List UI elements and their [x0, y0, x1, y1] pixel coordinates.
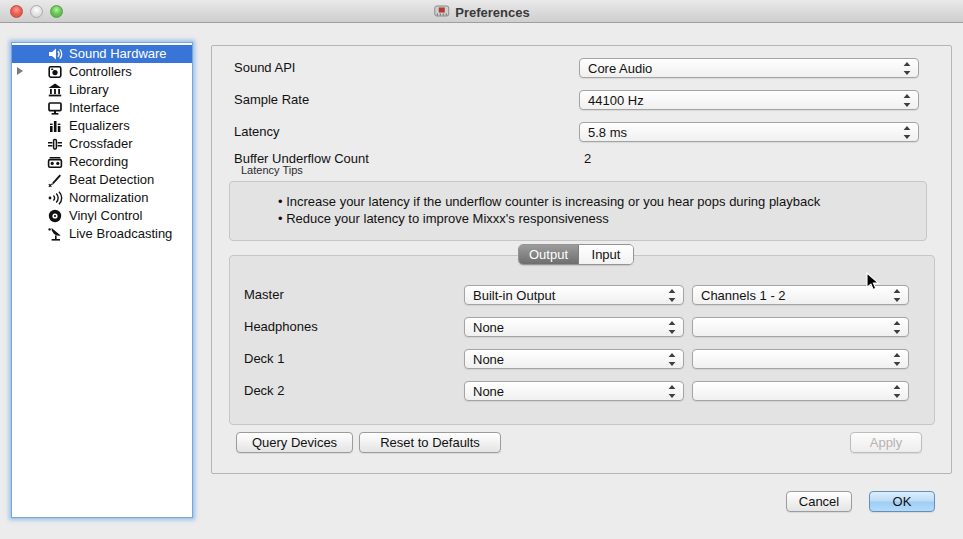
- sample-rate-select[interactable]: 44100 Hz: [579, 90, 919, 110]
- window-controls: [10, 5, 63, 18]
- close-button[interactable]: [10, 5, 23, 18]
- mouse-cursor: [866, 272, 880, 295]
- latency-tips-title: Latency Tips: [241, 164, 303, 176]
- sidebar-item-label: Sound Hardware: [69, 45, 167, 63]
- sound-api-label: Sound API: [234, 58, 295, 78]
- buffer-underflow-value: 2: [584, 149, 591, 169]
- sidebar-item-library[interactable]: Library: [12, 81, 192, 99]
- sidebar-item-recording[interactable]: Recording: [12, 153, 192, 171]
- sidebar-item-beat-detection[interactable]: Beat Detection: [12, 171, 192, 189]
- sidebar-item-crossfader[interactable]: Crossfader: [12, 135, 192, 153]
- sidebar-item-label: Library: [69, 81, 109, 99]
- sidebar-item-label: Recording: [69, 153, 128, 171]
- tab-output[interactable]: Output: [519, 245, 579, 264]
- library-icon: [47, 82, 63, 98]
- stepper-arrows-icon: [668, 385, 676, 398]
- deck1-channel-select[interactable]: [692, 349, 909, 369]
- master-channel-value: Channels 1 - 2: [701, 288, 786, 303]
- latency-tip: Increase your latency if the underflow c…: [278, 193, 820, 210]
- preferences-sidebar: Sound Hardware Controllers Library: [11, 42, 193, 518]
- latency-tip: Reduce your latency to improve Mixxx's r…: [278, 210, 820, 227]
- latency-label: Latency: [234, 122, 280, 142]
- sidebar-item-label: Controllers: [69, 63, 132, 81]
- master-device-select[interactable]: Built-in Output: [464, 285, 684, 305]
- deck2-device-value: None: [473, 384, 504, 399]
- deck1-device-select[interactable]: None: [464, 349, 684, 369]
- stepper-arrows-icon: [668, 321, 676, 334]
- sidebar-item-live-broadcasting[interactable]: Live Broadcasting: [12, 225, 192, 243]
- tab-input[interactable]: Input: [579, 245, 633, 264]
- deck2-channel-select[interactable]: [692, 381, 909, 401]
- satellite-dish-icon: [47, 226, 63, 242]
- minimize-button[interactable]: [30, 5, 43, 18]
- stepper-arrows-icon: [668, 353, 676, 366]
- sample-rate-label: Sample Rate: [234, 90, 309, 110]
- recorder-icon: [47, 154, 63, 170]
- sidebar-item-label: Interface: [69, 99, 120, 117]
- cancel-button[interactable]: Cancel: [786, 491, 852, 512]
- headphones-label: Headphones: [244, 317, 318, 337]
- stepper-arrows-icon: [903, 94, 911, 107]
- titlebar: Preferences: [0, 0, 963, 23]
- vinyl-record-icon: [47, 208, 63, 224]
- stepper-arrows-icon: [668, 289, 676, 302]
- sidebar-item-label: Live Broadcasting: [69, 225, 172, 243]
- stepper-arrows-icon: [903, 62, 911, 75]
- latency-tips-list: Increase your latency if the underflow c…: [278, 193, 820, 227]
- equalizer-bars-icon: [47, 118, 63, 134]
- preferences-icon: [433, 3, 449, 22]
- apply-button[interactable]: Apply: [850, 432, 922, 453]
- window-title-group: Preferences: [433, 3, 529, 22]
- sound-api-select[interactable]: Core Audio: [579, 58, 919, 78]
- deck2-device-select[interactable]: None: [464, 381, 684, 401]
- deck2-label: Deck 2: [244, 381, 284, 401]
- latency-value: 5.8 ms: [588, 125, 627, 140]
- crossfader-icon: [47, 136, 63, 152]
- disclosure-triangle-icon[interactable]: [17, 67, 23, 75]
- sample-rate-value: 44100 Hz: [588, 93, 644, 108]
- query-devices-button[interactable]: Query Devices: [236, 432, 353, 453]
- sidebar-item-sound-hardware[interactable]: Sound Hardware: [12, 45, 192, 63]
- latency-tips-box: Increase your latency if the underflow c…: [229, 181, 927, 241]
- sidebar-item-vinyl-control[interactable]: Vinyl Control: [12, 207, 192, 225]
- sidebar-item-controllers[interactable]: Controllers: [12, 63, 192, 81]
- window-title: Preferences: [455, 4, 529, 21]
- latency-select[interactable]: 5.8 ms: [579, 122, 919, 142]
- sidebar-item-label: Beat Detection: [69, 171, 154, 189]
- sound-waves-icon: [47, 190, 63, 206]
- stepper-arrows-icon: [893, 385, 901, 398]
- sidebar-item-label: Equalizers: [69, 117, 130, 135]
- deck1-label: Deck 1: [244, 349, 284, 369]
- stepper-arrows-icon: [903, 126, 911, 139]
- monitor-icon: [47, 100, 63, 116]
- controller-icon: [47, 64, 63, 80]
- headphones-device-value: None: [473, 320, 504, 335]
- master-label: Master: [244, 285, 284, 305]
- beat-wand-icon: [47, 172, 63, 188]
- sidebar-item-interface[interactable]: Interface: [12, 99, 192, 117]
- headphones-channel-select[interactable]: [692, 317, 909, 337]
- sidebar-item-normalization[interactable]: Normalization: [12, 189, 192, 207]
- sidebar-item-label: Normalization: [69, 189, 148, 207]
- speaker-icon: [47, 46, 63, 62]
- stepper-arrows-icon: [893, 321, 901, 334]
- sound-api-value: Core Audio: [588, 61, 652, 76]
- stepper-arrows-icon: [893, 353, 901, 366]
- sidebar-item-equalizers[interactable]: Equalizers: [12, 117, 192, 135]
- sound-hardware-pane: Sound API Core Audio Sample Rate 44100 H…: [211, 45, 952, 474]
- stepper-arrows-icon: [893, 289, 901, 302]
- io-tabbar: Output Input: [518, 244, 634, 265]
- master-device-value: Built-in Output: [473, 288, 555, 303]
- reset-to-defaults-button[interactable]: Reset to Defaults: [359, 432, 501, 453]
- sidebar-item-label: Crossfader: [69, 135, 133, 153]
- headphones-device-select[interactable]: None: [464, 317, 684, 337]
- zoom-button[interactable]: [50, 5, 63, 18]
- sidebar-item-label: Vinyl Control: [69, 207, 142, 225]
- ok-button[interactable]: OK: [869, 491, 935, 512]
- deck1-device-value: None: [473, 352, 504, 367]
